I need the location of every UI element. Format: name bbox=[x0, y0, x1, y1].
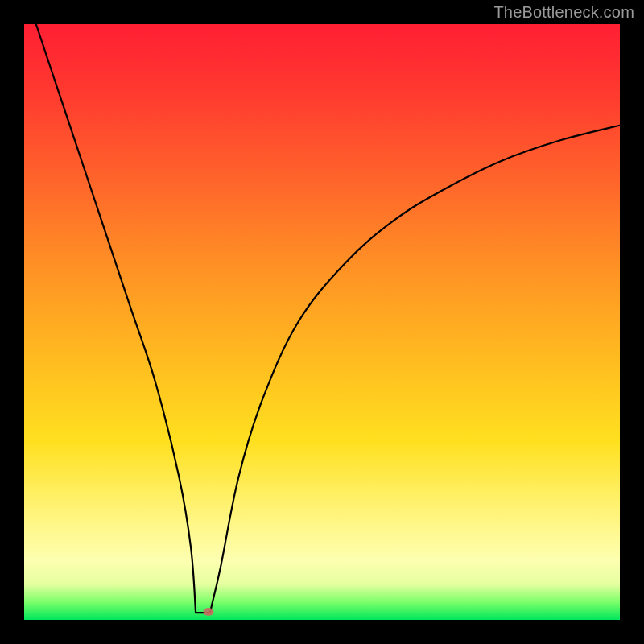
plot-area bbox=[24, 24, 620, 620]
chart-frame: TheBottleneck.com bbox=[0, 0, 644, 644]
bottleneck-curve bbox=[24, 24, 620, 620]
optimal-point-marker bbox=[204, 608, 214, 616]
attribution-label: TheBottleneck.com bbox=[493, 3, 634, 22]
